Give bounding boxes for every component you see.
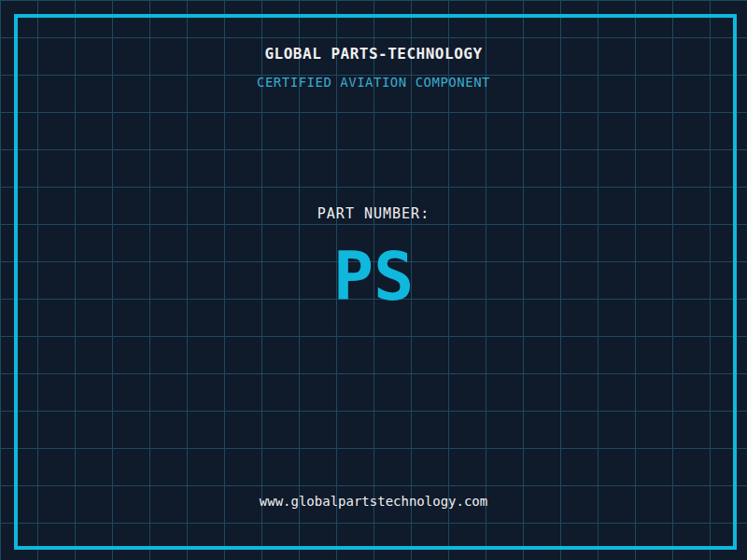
company-title: GLOBAL PARTS-TECHNOLOGY [0, 45, 747, 63]
part-number-value: PS [0, 243, 747, 310]
part-number-label: PART NUMBER: [0, 205, 747, 222]
website-url: www.globalpartstechnology.com [0, 494, 747, 509]
blueprint-page: GLOBAL PARTS-TECHNOLOGY CERTIFIED AVIATI… [0, 0, 747, 560]
company-subtitle: CERTIFIED AVIATION COMPONENT [0, 75, 747, 90]
